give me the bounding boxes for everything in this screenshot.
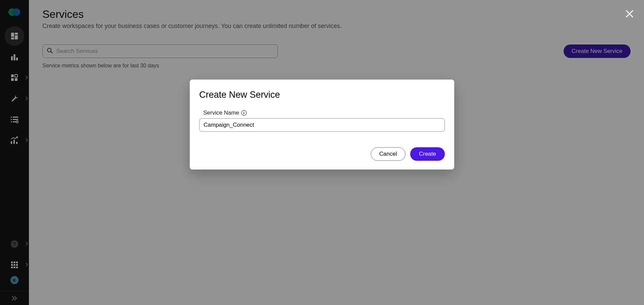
app-root: ? K Services Create workspaces for your … <box>0 0 644 305</box>
service-name-input[interactable] <box>199 118 445 132</box>
close-icon[interactable] <box>625 9 634 20</box>
service-name-label-text: Service Name <box>203 110 239 116</box>
service-name-label: Service Name i <box>203 110 445 116</box>
create-service-modal: Create New Service Service Name i Cancel… <box>190 80 454 170</box>
modal-actions: Cancel Create <box>199 147 445 161</box>
create-button[interactable]: Create <box>410 147 445 161</box>
info-icon[interactable]: i <box>241 110 247 116</box>
modal-title: Create New Service <box>199 90 445 100</box>
modal-overlay: Create New Service Service Name i Cancel… <box>0 0 644 305</box>
cancel-button[interactable]: Cancel <box>371 147 405 161</box>
